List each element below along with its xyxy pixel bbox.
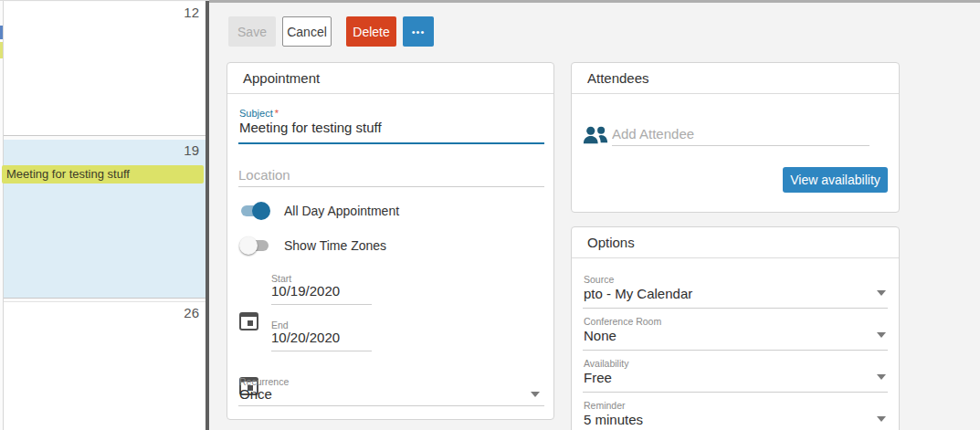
day-number: 26 — [184, 305, 199, 320]
ellipsis-icon: ••• — [412, 26, 426, 37]
show-time-zones-label: Show Time Zones — [284, 236, 386, 255]
required-asterisk: * — [275, 108, 279, 119]
attendees-card-title: Attendees — [572, 63, 899, 94]
appointment-card: Appointment Subject* Meeting for testing… — [227, 62, 554, 420]
recurrence-underline — [238, 405, 544, 406]
panel-top-border — [209, 0, 980, 3]
availability-underline — [583, 392, 888, 393]
calendar-date-icon[interactable] — [239, 312, 258, 330]
delete-button[interactable]: Delete — [346, 16, 396, 47]
start-underline — [271, 304, 372, 305]
availability-label: Availability — [584, 358, 628, 369]
calendar-day-cell-selected[interactable]: 19 Meeting for testing stuff — [4, 140, 205, 299]
add-attendee-input[interactable] — [612, 121, 869, 146]
chevron-down-icon[interactable] — [877, 332, 886, 338]
toggle-knob — [252, 202, 270, 220]
conference-room-underline — [583, 350, 888, 351]
toggle-knob — [239, 236, 258, 255]
view-availability-button[interactable]: View availability — [783, 167, 888, 193]
appointment-editor-panel: Save Cancel Delete ••• Appointment Subje… — [209, 0, 980, 430]
attendees-people-icon — [583, 125, 608, 149]
subject-underline — [238, 142, 544, 144]
cropped-event-yellow — [0, 42, 3, 58]
source-select[interactable]: pto - My Calendar — [584, 286, 692, 301]
subject-label: Subject* — [239, 108, 279, 119]
start-date-field[interactable]: 10/19/2020 — [271, 283, 340, 299]
recurrence-select[interactable]: Once — [239, 386, 272, 402]
all-day-label: All Day Appointment — [284, 202, 399, 220]
end-underline — [271, 351, 372, 351]
availability-select[interactable]: Free — [584, 370, 612, 385]
show-time-zones-toggle[interactable] — [239, 236, 270, 255]
options-card-title: Options — [572, 227, 899, 258]
reminder-label: Reminder — [584, 400, 626, 411]
source-label: Source — [584, 274, 614, 285]
conference-room-label: Conference Room — [584, 316, 661, 327]
attendees-card: Attendees View availability — [571, 62, 900, 213]
calendar-day-cell[interactable]: 12 — [4, 2, 205, 136]
chevron-down-icon[interactable] — [877, 374, 886, 380]
chevron-down-icon[interactable] — [877, 416, 886, 422]
chevron-down-icon[interactable] — [531, 392, 540, 397]
month-calendar-column: 12 19 Meeting for testing stuff 26 — [0, 0, 209, 430]
calendar-day-cell[interactable]: 26 — [4, 301, 205, 430]
day-number: 19 — [184, 142, 199, 158]
cropped-event-blue — [0, 26, 3, 39]
all-day-toggle[interactable] — [239, 202, 270, 220]
source-underline — [583, 308, 888, 309]
reminder-select[interactable]: 5 minutes — [584, 412, 643, 427]
conference-room-select[interactable]: None — [584, 328, 616, 343]
location-input[interactable] — [238, 163, 544, 187]
options-card: Options Source pto - My Calendar Confere… — [571, 226, 900, 430]
chevron-down-icon[interactable] — [877, 290, 886, 296]
appointment-card-title: Appointment — [227, 63, 553, 94]
save-button[interactable]: Save — [228, 16, 276, 47]
day-number: 12 — [184, 5, 199, 20]
subject-field[interactable]: Meeting for testing stuff — [239, 120, 382, 135]
end-date-field[interactable]: 10/20/2020 — [271, 330, 340, 345]
more-actions-button[interactable]: ••• — [403, 16, 434, 47]
cancel-button[interactable]: Cancel — [282, 16, 332, 47]
calendar-event[interactable]: Meeting for testing stuff — [2, 165, 204, 184]
